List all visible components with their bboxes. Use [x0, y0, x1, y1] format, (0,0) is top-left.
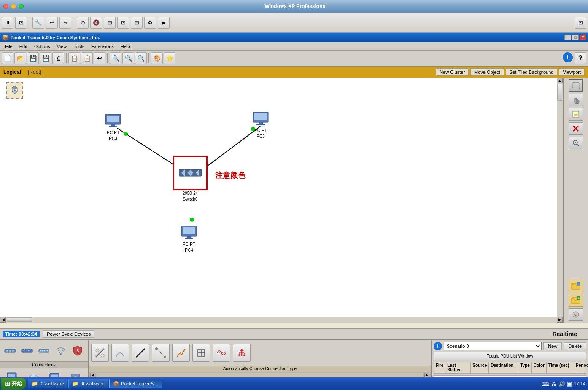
- toolbar-zoom-out-btn[interactable]: 🔍: [122, 52, 134, 64]
- toolbar-undo-btn[interactable]: ↩: [94, 52, 105, 64]
- select-tool-btn[interactable]: [569, 79, 583, 92]
- os-maximize-btn[interactable]: [19, 4, 24, 9]
- pdu-complex-btn[interactable]: +: [569, 294, 583, 307]
- toolbar-open-btn[interactable]: 📂: [14, 52, 26, 64]
- toolbar-zoom-in-btn[interactable]: 🔍: [110, 52, 121, 64]
- menu-help[interactable]: Help: [117, 43, 134, 50]
- menu-file[interactable]: File: [2, 43, 16, 50]
- menu-tools[interactable]: Tools: [70, 43, 88, 50]
- device-cat-wireless[interactable]: [54, 345, 67, 357]
- right-tools-panel: + +: [563, 78, 588, 323]
- conn-crossover-btn[interactable]: [152, 344, 170, 362]
- set-background-btn[interactable]: Set Tiled Background: [506, 68, 558, 76]
- vertical-scrollbar[interactable]: ▲ ▼: [557, 78, 563, 323]
- cluster-icon[interactable]: [4, 82, 25, 103]
- xp-fwd-btn[interactable]: ↪: [59, 17, 71, 29]
- pdu-col-dest: Destination: [489, 362, 518, 373]
- horizontal-scrollbar[interactable]: ◀ ▶: [0, 317, 563, 323]
- pdu-toggle-btn[interactable]: Toggle PDU List Window: [434, 352, 586, 360]
- svg-rect-12: [107, 116, 119, 122]
- scenario-buttons: New Delete: [543, 342, 586, 350]
- xp-vol-btn[interactable]: ⊡: [104, 17, 116, 29]
- viewport-btn[interactable]: Viewport: [559, 68, 585, 76]
- toolbar-print-btn[interactable]: 🖨: [52, 52, 64, 64]
- pt-maximize-btn[interactable]: □: [572, 35, 579, 40]
- xp-back-btn[interactable]: ↩: [46, 17, 58, 29]
- conn-hscrollbar[interactable]: ◀ ▶: [89, 372, 431, 378]
- xp-restore-btn[interactable]: ⊡: [575, 17, 586, 29]
- power-cycle-btn[interactable]: Power Cycle Devices: [43, 330, 94, 338]
- os-minimize-btn[interactable]: [11, 4, 16, 9]
- conn-straight-btn[interactable]: [132, 344, 149, 362]
- svg-point-1: [124, 132, 128, 136]
- scenario-new-btn[interactable]: New: [543, 342, 562, 350]
- toolbar-info-btn[interactable]: i: [563, 52, 573, 62]
- taskbar-item-packettracer[interactable]: 📦 Packet Tracer 5....: [109, 379, 162, 388]
- device-switch0[interactable]: 2950-24 Switch0: [173, 156, 208, 202]
- vscroll-thumb[interactable]: [557, 84, 562, 101]
- toolbar-saveas-btn[interactable]: 💾: [40, 52, 51, 64]
- xp-btn2[interactable]: ⊡: [15, 17, 27, 29]
- taskbar: ⊞ 开始 📁 02-software 📁 00-software 📦 Packe…: [0, 377, 588, 390]
- menu-view[interactable]: View: [54, 43, 70, 50]
- svg-point-57: [42, 350, 43, 352]
- svg-point-61: [60, 353, 62, 355]
- xp-btn3[interactable]: ⊡: [117, 17, 129, 29]
- menu-options[interactable]: Options: [31, 43, 54, 50]
- device-pc3[interactable]: PC-PT PC3: [105, 113, 121, 141]
- device-cat-switches[interactable]: [21, 345, 33, 357]
- xp-mute-btn[interactable]: 🔇: [90, 17, 102, 29]
- conn-auto-btn[interactable]: [91, 344, 109, 362]
- menu-extensions[interactable]: Extensions: [88, 43, 117, 50]
- conn-serial-dce-btn[interactable]: [213, 344, 230, 362]
- time-label: Time: 00:42:34: [3, 331, 40, 337]
- xp-pause-btn[interactable]: ⏸: [2, 17, 13, 29]
- toolbar-color-btn[interactable]: 🎨: [151, 52, 163, 64]
- pt-minimize-btn[interactable]: _: [564, 35, 571, 40]
- xp-tool-btn[interactable]: 🔧: [32, 17, 44, 29]
- conn-rollover-btn[interactable]: [192, 344, 210, 362]
- device-cat-security[interactable]: S: [71, 345, 84, 357]
- conn-console-btn[interactable]: [111, 344, 129, 362]
- toolbar-new-btn[interactable]: 📄: [2, 52, 13, 64]
- svg-point-79: [101, 354, 104, 357]
- toolbar-custom-btn[interactable]: ⭐: [164, 52, 175, 64]
- scroll-down-tool-btn[interactable]: [569, 308, 583, 321]
- delete-tool-btn[interactable]: [569, 122, 583, 135]
- svg-rect-13: [111, 124, 115, 126]
- device-cat-routers[interactable]: [4, 345, 16, 357]
- device-cat-hubs[interactable]: [38, 345, 50, 357]
- xp-btn4[interactable]: ⊡: [131, 17, 143, 29]
- toolbar-zoom-fit-btn[interactable]: 🔍: [135, 52, 147, 64]
- menu-edit[interactable]: Edit: [16, 43, 31, 50]
- xp-btn5[interactable]: ♻: [144, 17, 156, 29]
- conn-usb-btn[interactable]: [233, 344, 251, 362]
- device-pc4[interactable]: PC-PT PC4: [181, 225, 197, 253]
- conn-fiber-btn[interactable]: [172, 344, 190, 362]
- scenario-delete-btn[interactable]: Delete: [564, 342, 586, 350]
- toolbar-copy-btn[interactable]: 📋: [68, 52, 80, 64]
- scenario-info-icon: i: [434, 342, 442, 350]
- taskbar-item-00software[interactable]: 📁 00-software: [68, 379, 108, 388]
- taskbar-item-02software[interactable]: 📁 02-software: [28, 379, 67, 388]
- xp-rec-btn[interactable]: ⊙: [77, 17, 89, 29]
- move-object-btn[interactable]: Move Object: [470, 68, 504, 76]
- device-pc5[interactable]: PC-PT PC5: [252, 111, 269, 139]
- pdu-table-header: Fire Last Status Source Destination Type…: [434, 362, 586, 374]
- os-close-btn[interactable]: [3, 4, 8, 9]
- os-window-controls: [3, 4, 24, 9]
- scenario-select[interactable]: Scenario 0: [444, 342, 542, 350]
- pdu-simple-btn[interactable]: +: [569, 280, 583, 292]
- xp-sep1: [30, 18, 30, 27]
- start-button[interactable]: ⊞ 开始: [1, 378, 26, 390]
- hand-tool-btn[interactable]: [569, 94, 583, 106]
- note-tool-btn[interactable]: [569, 108, 583, 121]
- toolbar-help-btn[interactable]: ?: [575, 52, 586, 64]
- pt-close-btn[interactable]: ✕: [580, 35, 586, 40]
- zoom-tool-btn[interactable]: [569, 137, 583, 149]
- new-cluster-btn[interactable]: New Cluster: [436, 68, 469, 76]
- device-pc4-name-label: PC4: [185, 248, 193, 253]
- toolbar-paste-btn[interactable]: 📋: [81, 52, 93, 64]
- xp-btn6[interactable]: ▶: [158, 17, 170, 29]
- toolbar-save-btn[interactable]: 💾: [27, 52, 39, 64]
